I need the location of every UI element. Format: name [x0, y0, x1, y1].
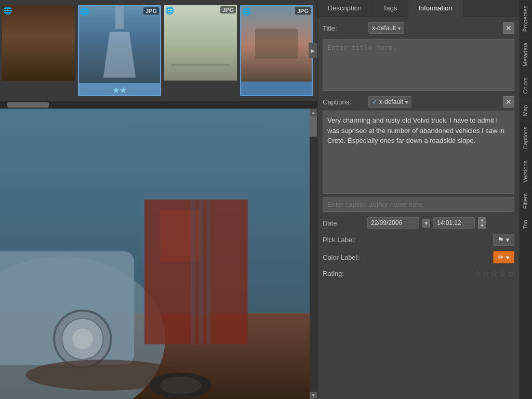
time-input[interactable] [433, 217, 475, 229]
captions-close-btn[interactable]: ✕ [503, 96, 514, 108]
color-label-row: Color Label: ✏ ▾ [323, 251, 514, 263]
date-label: Date: [323, 219, 364, 227]
vtab-captions[interactable]: Captions [520, 121, 533, 154]
thumbnail-2[interactable]: 🌐 JPG ★★ [78, 5, 161, 96]
title-locale-select[interactable]: x-default ▾ [368, 22, 404, 34]
captions-block: Captions: ✓ x-default ▾ ✕ Very charming … [323, 96, 514, 212]
vtab-colors[interactable]: Colors [520, 72, 533, 99]
date-row: Date: ▾ ▲ ▼ [323, 217, 514, 229]
thumbnail-1[interactable]: 🌐 [2, 5, 75, 96]
vtab-filters[interactable]: Filters [520, 188, 533, 214]
thumb-badge-2: JPG [143, 7, 159, 15]
star-5[interactable]: ☆ [507, 269, 514, 278]
thumb-badge-4: JPG [295, 7, 311, 15]
title-locale-arrow: ▾ [398, 25, 401, 31]
strip-scrollbar-thumb[interactable] [7, 102, 49, 108]
captions-header: Captions: ✓ x-default ▾ ✕ [323, 96, 514, 108]
star-2[interactable]: ☆ [482, 269, 489, 278]
rating-row: Rating: ☆ ☆ ☆ ☆ ☆ [323, 269, 514, 278]
star-4[interactable]: ☆ [499, 269, 506, 278]
title-label: Title: [323, 24, 364, 32]
date-input[interactable] [367, 217, 419, 229]
title-input[interactable] [323, 39, 514, 91]
flag-icon: ⚑ [498, 236, 504, 244]
globe-icon-1: 🌐 [3, 6, 12, 15]
vertical-sidebar: Properties Metadata Colors Map Captions … [520, 0, 532, 399]
star-3[interactable]: ☆ [490, 269, 498, 278]
globe-icon-2: 🌐 [80, 7, 89, 16]
star-1[interactable]: ☆ [474, 269, 481, 278]
pick-label-flag-btn[interactable]: ⚑ ▾ [493, 234, 514, 246]
time-spin-down[interactable]: ▼ [478, 223, 486, 229]
thumb-badge-3: JPG [220, 6, 236, 14]
date-dropdown-btn[interactable]: ▾ [422, 219, 430, 228]
color-label-dropdown-arrow: ▾ [506, 254, 510, 261]
thumbnail-3[interactable]: 🌐 JPG [164, 5, 237, 96]
globe-icon-3: 🌐 [165, 6, 174, 15]
color-label-icon: ✏ [498, 253, 504, 261]
title-locale-value: x-default [372, 24, 396, 32]
color-label-label: Color Label: [323, 254, 364, 261]
rating-label: Rating: [323, 270, 364, 277]
pick-label-label: Pick Label: [323, 236, 364, 244]
captions-label: Captions: [323, 98, 364, 106]
thumb-stars-2: ★★ [112, 85, 127, 95]
vtab-versions[interactable]: Versions [520, 155, 533, 188]
flag-dropdown-arrow: ▾ [506, 236, 510, 244]
time-spin-up[interactable]: ▲ [478, 217, 486, 223]
panel-tabs: Description Tags Information [317, 0, 520, 17]
rating-stars: ☆ ☆ ☆ ☆ ☆ [474, 269, 514, 278]
right-panel: Description Tags Information Title: x-de… [317, 0, 520, 399]
caption-author-input[interactable] [323, 197, 514, 212]
vtab-properties[interactable]: Properties [520, 0, 533, 37]
globe-icon-4: 🌐 [242, 7, 251, 16]
title-row: Title: x-default ▾ ✕ [323, 22, 514, 34]
tab-information[interactable]: Information [408, 0, 463, 17]
thumbnail-strip: 🌐 🌐 JPG ★★ [0, 0, 317, 101]
color-label-btn[interactable]: ✏ ▾ [493, 251, 514, 263]
scroll-down-arrow[interactable]: ▼ [310, 392, 317, 399]
tab-tags[interactable]: Tags [373, 0, 408, 17]
vtab-map[interactable]: Map [520, 99, 533, 121]
strip-scroll-right[interactable]: ▶ [309, 43, 317, 58]
captions-checkmark: ✓ [372, 98, 377, 105]
main-image-area: ▲ ▼ [0, 109, 317, 399]
strip-scrollbar[interactable] [0, 101, 317, 109]
tab-description[interactable]: Description [317, 0, 373, 17]
time-spin-btns: ▲ ▼ [478, 217, 486, 229]
caption-text-display: Very charming and rusty old Volvo truck.… [323, 111, 514, 194]
svg-rect-15 [0, 109, 310, 399]
captions-locale-value: x-default [379, 98, 403, 105]
vtab-metadata[interactable]: Metadata [520, 37, 533, 72]
scroll-track[interactable] [310, 116, 317, 392]
captions-locale-select[interactable]: ✓ x-default ▾ [368, 96, 411, 108]
title-close-btn[interactable]: ✕ [503, 22, 514, 34]
pick-label-row: Pick Label: ⚑ ▾ [323, 234, 514, 246]
main-image-svg [0, 109, 310, 399]
thumbnail-4[interactable]: 🌐 JPG [240, 5, 313, 96]
panel-content: Title: x-default ▾ ✕ Captions: ✓ x-defau… [317, 17, 520, 399]
scroll-up-arrow[interactable]: ▲ [310, 109, 317, 116]
vtab-too[interactable]: Too [520, 214, 533, 234]
captions-locale-arrow: ▾ [405, 99, 408, 105]
scroll-thumb[interactable] [310, 116, 317, 137]
main-image-scrollbar[interactable]: ▲ ▼ [310, 109, 317, 399]
main-image [0, 109, 310, 399]
